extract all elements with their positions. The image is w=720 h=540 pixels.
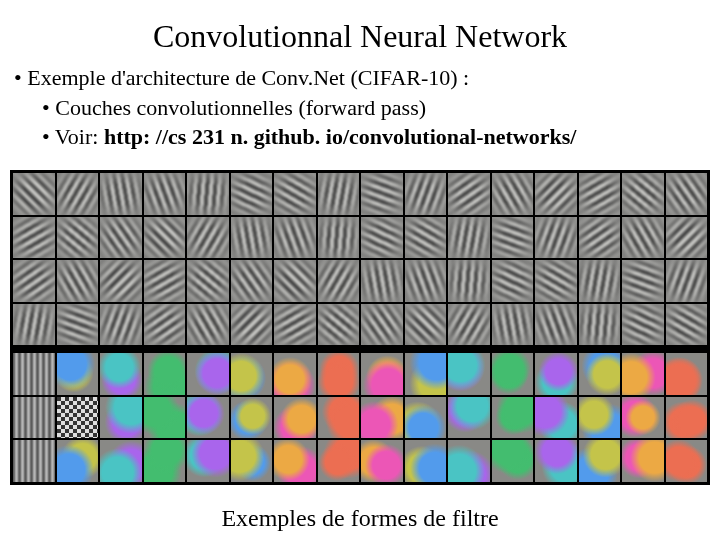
filter-cell — [579, 440, 621, 482]
filter-cell — [144, 397, 186, 439]
filter-cell — [144, 217, 186, 259]
slide: Convolutionnal Neural Network • Exemple … — [0, 0, 720, 540]
filter-cell — [492, 440, 534, 482]
filter-cell — [144, 304, 186, 346]
filter-cell — [231, 217, 273, 259]
filter-cell — [535, 397, 577, 439]
filter-cell — [274, 304, 316, 346]
filter-cell — [57, 353, 99, 395]
filter-cell — [492, 353, 534, 395]
filter-cell — [318, 440, 360, 482]
filter-cell — [579, 173, 621, 215]
filter-cell — [622, 304, 664, 346]
filter-cell — [361, 353, 403, 395]
filter-figure — [10, 170, 710, 485]
filter-cell — [492, 260, 534, 302]
filter-cell — [405, 440, 447, 482]
filter-cell — [448, 304, 490, 346]
filter-cell — [57, 397, 99, 439]
filter-cell — [13, 217, 55, 259]
filter-cell — [405, 173, 447, 215]
filter-cell — [187, 217, 229, 259]
filter-cell — [622, 397, 664, 439]
filter-cell — [361, 260, 403, 302]
filter-cell — [405, 397, 447, 439]
filter-cell — [579, 353, 621, 395]
filter-cell — [492, 217, 534, 259]
filter-cell — [448, 440, 490, 482]
filter-cell — [100, 440, 142, 482]
filter-cell — [666, 217, 708, 259]
filter-cell — [231, 440, 273, 482]
filter-cell — [448, 173, 490, 215]
filter-cell — [622, 173, 664, 215]
filter-cell — [361, 304, 403, 346]
filter-cell — [666, 397, 708, 439]
filter-cell — [231, 173, 273, 215]
bullet-list: • Exemple d'architecture de Conv.Net (CI… — [0, 63, 720, 152]
filter-cell — [361, 217, 403, 259]
filter-cell — [318, 353, 360, 395]
filter-cell — [144, 260, 186, 302]
filter-cell — [187, 173, 229, 215]
filter-cell — [274, 217, 316, 259]
filter-grid-lower — [13, 351, 707, 482]
filter-cell — [318, 397, 360, 439]
filter-cell — [535, 173, 577, 215]
filter-cell — [622, 217, 664, 259]
bullet-l1-text: Exemple d'architecture de Conv.Net (CIFA… — [27, 65, 469, 90]
filter-cell — [100, 217, 142, 259]
figure-caption: Exemples de formes de filtre — [0, 505, 720, 532]
filter-cell — [187, 397, 229, 439]
filter-cell — [405, 260, 447, 302]
reference-link[interactable]: http: //cs 231 n. github. io/convolution… — [104, 124, 576, 149]
filter-cell — [622, 440, 664, 482]
filter-cell — [448, 353, 490, 395]
filter-cell — [318, 304, 360, 346]
filter-cell — [57, 304, 99, 346]
filter-cell — [666, 173, 708, 215]
filter-cell — [13, 173, 55, 215]
filter-cell — [57, 173, 99, 215]
filter-cell — [361, 440, 403, 482]
filter-cell — [231, 260, 273, 302]
filter-cell — [535, 353, 577, 395]
filter-cell — [274, 353, 316, 395]
filter-cell — [144, 173, 186, 215]
filter-cell — [100, 173, 142, 215]
filter-cell — [492, 397, 534, 439]
filter-cell — [318, 260, 360, 302]
filter-cell — [666, 440, 708, 482]
filter-cell — [144, 440, 186, 482]
filter-cell — [13, 304, 55, 346]
filter-cell — [361, 173, 403, 215]
filter-cell — [405, 217, 447, 259]
slide-title: Convolutionnal Neural Network — [0, 18, 720, 55]
bullet-level2-a: • Couches convolutionnelles (forward pas… — [42, 93, 720, 123]
filter-cell — [579, 217, 621, 259]
filter-cell — [13, 353, 55, 395]
filter-cell — [187, 353, 229, 395]
filter-cell — [57, 217, 99, 259]
filter-cell — [535, 304, 577, 346]
filter-cell — [492, 173, 534, 215]
filter-cell — [57, 260, 99, 302]
filter-cell — [231, 304, 273, 346]
filter-cell — [666, 260, 708, 302]
filter-cell — [274, 397, 316, 439]
filter-cell — [405, 353, 447, 395]
filter-cell — [535, 217, 577, 259]
filter-cell — [318, 173, 360, 215]
filter-cell — [274, 440, 316, 482]
filter-cell — [144, 353, 186, 395]
filter-cell — [187, 304, 229, 346]
filter-cell — [666, 353, 708, 395]
filter-cell — [361, 397, 403, 439]
filter-cell — [448, 397, 490, 439]
filter-cell — [100, 304, 142, 346]
filter-cell — [100, 353, 142, 395]
filter-cell — [13, 260, 55, 302]
filter-cell — [579, 260, 621, 302]
filter-cell — [57, 440, 99, 482]
filter-grid-upper — [13, 173, 707, 345]
